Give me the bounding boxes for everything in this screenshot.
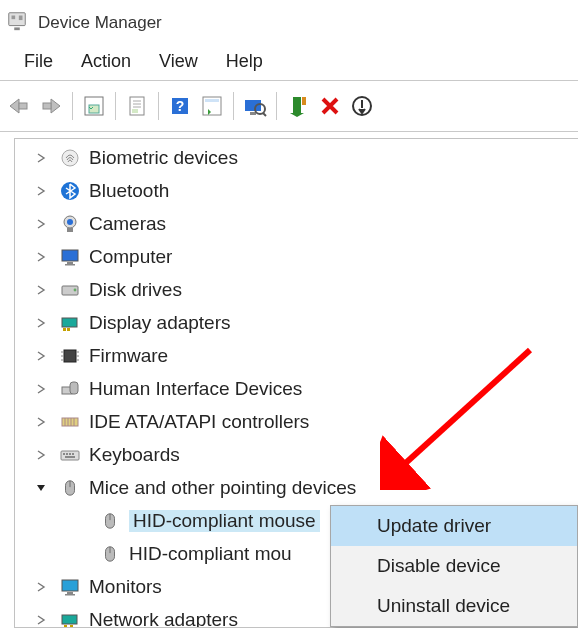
svg-rect-31 — [65, 264, 75, 266]
context-menu-update-driver[interactable]: Update driver — [331, 506, 577, 546]
fingerprint-icon — [59, 147, 81, 169]
update-driver-button[interactable] — [283, 91, 313, 121]
category-ide[interactable]: IDE ATA/ATAPI controllers — [15, 405, 578, 438]
chevron-right-icon[interactable] — [31, 379, 51, 399]
toolbar-separator — [276, 92, 277, 120]
help-button[interactable]: ? — [165, 91, 195, 121]
svg-rect-22 — [302, 97, 306, 105]
toolbar: ? — [0, 80, 578, 132]
disable-button[interactable] — [347, 91, 377, 121]
menu-action[interactable]: Action — [67, 49, 145, 74]
category-hid[interactable]: Human Interface Devices — [15, 372, 578, 405]
mouse-icon — [99, 510, 121, 532]
category-computer[interactable]: Computer — [15, 240, 578, 273]
scan-hardware-button[interactable] — [240, 91, 270, 121]
category-label: Cameras — [89, 213, 166, 235]
category-label: IDE ATA/ATAPI controllers — [89, 411, 309, 433]
chevron-right-icon[interactable] — [31, 181, 51, 201]
svg-rect-35 — [63, 328, 66, 331]
toolbar-separator — [233, 92, 234, 120]
category-label: Mice and other pointing devices — [89, 477, 356, 499]
properties-button[interactable] — [122, 91, 152, 121]
hid-icon — [59, 378, 81, 400]
chevron-right-icon[interactable] — [31, 313, 51, 333]
category-disk-drives[interactable]: Disk drives — [15, 273, 578, 306]
category-display-adapters[interactable]: Display adapters — [15, 306, 578, 339]
svg-rect-68 — [70, 625, 73, 628]
back-button[interactable] — [4, 91, 34, 121]
bluetooth-icon — [59, 180, 81, 202]
category-label: Biometric devices — [89, 147, 238, 169]
svg-line-20 — [263, 113, 266, 116]
category-label: Disk drives — [89, 279, 182, 301]
svg-rect-12 — [132, 109, 138, 113]
svg-rect-17 — [245, 100, 261, 111]
context-menu-uninstall-device[interactable]: Uninstall device — [331, 586, 577, 626]
forward-button[interactable] — [36, 91, 66, 121]
menu-file[interactable]: File — [10, 49, 67, 74]
menubar: File Action View Help — [0, 46, 578, 80]
chevron-right-icon[interactable] — [31, 346, 51, 366]
computer-icon — [59, 246, 81, 268]
monitor-icon — [59, 576, 81, 598]
ide-icon — [59, 411, 81, 433]
category-label: Display adapters — [89, 312, 231, 334]
chevron-right-icon[interactable] — [31, 214, 51, 234]
svg-rect-45 — [70, 382, 78, 394]
chevron-right-icon[interactable] — [31, 247, 51, 267]
category-bluetooth[interactable]: Bluetooth — [15, 174, 578, 207]
svg-rect-37 — [64, 350, 76, 362]
chevron-right-icon[interactable] — [31, 412, 51, 432]
svg-rect-0 — [9, 12, 26, 25]
device-manager-icon — [6, 10, 28, 37]
chevron-right-icon[interactable] — [31, 577, 51, 597]
toolbar-separator — [115, 92, 116, 120]
category-cameras[interactable]: Cameras — [15, 207, 578, 240]
category-label: Firmware — [89, 345, 168, 367]
svg-rect-21 — [293, 97, 301, 113]
svg-rect-4 — [19, 103, 27, 109]
context-menu-disable-device[interactable]: Disable device — [331, 546, 577, 586]
category-label: Network adapters — [89, 609, 238, 629]
menu-view[interactable]: View — [145, 49, 212, 74]
svg-rect-54 — [69, 453, 71, 455]
svg-rect-67 — [64, 625, 67, 628]
category-label: Monitors — [89, 576, 162, 598]
window-title: Device Manager — [38, 13, 162, 33]
svg-rect-55 — [72, 453, 74, 455]
chevron-right-icon[interactable] — [31, 610, 51, 629]
svg-point-33 — [74, 288, 77, 291]
svg-rect-66 — [62, 615, 77, 624]
svg-rect-64 — [67, 592, 73, 594]
chevron-right-icon[interactable] — [31, 280, 51, 300]
category-firmware[interactable]: Firmware — [15, 339, 578, 372]
chevron-right-icon[interactable] — [31, 148, 51, 168]
svg-rect-34 — [62, 318, 77, 327]
svg-rect-46 — [62, 418, 78, 426]
uninstall-button[interactable] — [315, 91, 345, 121]
svg-rect-53 — [66, 453, 68, 455]
titlebar: Device Manager — [0, 0, 578, 46]
svg-rect-36 — [67, 328, 70, 331]
category-keyboards[interactable]: Keyboards — [15, 438, 578, 471]
svg-rect-51 — [61, 451, 79, 460]
keyboard-icon — [59, 444, 81, 466]
svg-rect-3 — [14, 27, 20, 30]
category-mice[interactable]: Mice and other pointing devices — [15, 471, 578, 504]
chevron-down-icon[interactable] — [31, 478, 51, 498]
category-label: Keyboards — [89, 444, 180, 466]
category-label: Computer — [89, 246, 172, 268]
mouse-icon — [99, 543, 121, 565]
toolbar-separator — [158, 92, 159, 120]
action-list-button[interactable] — [197, 91, 227, 121]
category-label: Human Interface Devices — [89, 378, 302, 400]
device-label: HID-compliant mou — [129, 543, 292, 565]
svg-rect-2 — [19, 15, 23, 20]
menu-help[interactable]: Help — [212, 49, 277, 74]
category-biometric[interactable]: Biometric devices — [15, 141, 578, 174]
chevron-right-icon[interactable] — [31, 445, 51, 465]
disk-icon — [59, 279, 81, 301]
svg-rect-65 — [65, 594, 75, 596]
svg-rect-5 — [43, 103, 51, 109]
show-hidden-button[interactable] — [79, 91, 109, 121]
